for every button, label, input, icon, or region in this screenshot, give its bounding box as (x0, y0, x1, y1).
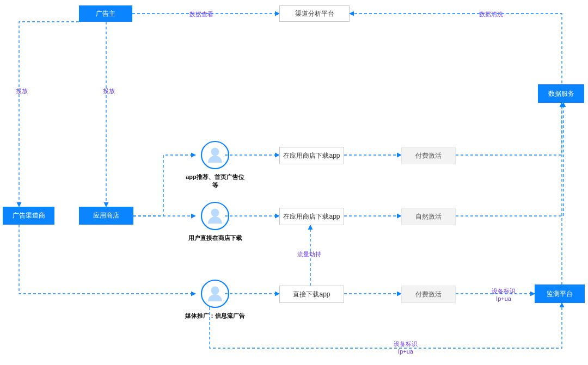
node-label: 广告主 (96, 10, 115, 17)
edge-label-device-id-1: 设备标识 Ip+ua (482, 287, 525, 303)
edge-label-traffic-hijack: 流量劫持 (297, 250, 321, 258)
node-paid-activation-1: 付费激活 (401, 147, 456, 164)
node-download-store-2: 在应用商店下载app (279, 208, 344, 225)
node-label: 监测平台 (547, 290, 573, 298)
persona-label: app推荐、首页广告位 等 (182, 173, 248, 189)
node-app-store: 应用商店 (79, 207, 133, 225)
node-label: 在应用商店下载app (283, 213, 340, 220)
user-icon (200, 279, 230, 308)
node-monitor-platform: 监测平台 (535, 284, 585, 303)
node-ad-channel: 广告渠道商 (3, 207, 54, 225)
svg-point-3 (211, 209, 219, 217)
node-data-service: 数据服务 (538, 84, 584, 103)
node-advertiser: 广告主 (79, 5, 132, 22)
node-download-direct: 直接下载app (279, 286, 344, 303)
persona-app-recommend: app推荐、首页广告位 等 (182, 140, 248, 189)
node-analysis-platform: 渠道分析平台 (279, 5, 350, 22)
edge-label-deliver-mid: 投放 (103, 87, 115, 95)
node-label: 直接下载app (293, 290, 330, 298)
edge-label-deliver-left: 投放 (16, 87, 28, 95)
node-label: 数据服务 (548, 90, 574, 97)
node-label: 付费激活 (415, 152, 442, 159)
persona-label: 媒体推广：信息流广告 (177, 312, 253, 320)
node-label: 应用商店 (93, 212, 119, 219)
node-label: 付费激活 (415, 290, 442, 298)
edge-label-device-id-2: 设备标识 Ip+ua (384, 340, 427, 356)
svg-point-5 (211, 287, 219, 295)
node-label: 在应用商店下载app (283, 152, 340, 159)
connections-layer (0, 0, 588, 365)
node-label: 广告渠道商 (13, 212, 45, 219)
persona-media-feed: 媒体推广：信息流广告 (177, 279, 253, 320)
user-icon (200, 201, 230, 231)
user-icon (200, 140, 230, 170)
edge-label-data-view: 数据查看 (189, 10, 213, 18)
node-label: 自然激活 (415, 213, 442, 220)
node-label: 渠道分析平台 (295, 10, 334, 17)
node-download-store-1: 在应用商店下载app (279, 147, 344, 164)
svg-point-1 (211, 148, 219, 156)
node-natural-activation: 自然激活 (401, 208, 456, 225)
node-paid-activation-2: 付费激活 (401, 286, 456, 303)
persona-direct-store: 用户直接在商店下载 (182, 201, 248, 242)
edge-label-data-clean: 数据清洗 (479, 10, 503, 18)
persona-label: 用户直接在商店下载 (182, 234, 248, 242)
